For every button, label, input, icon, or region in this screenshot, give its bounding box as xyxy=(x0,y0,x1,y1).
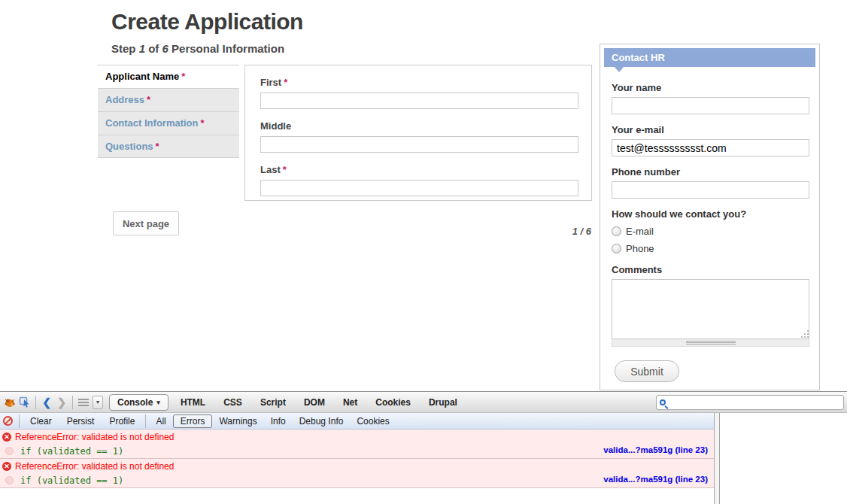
step-current: 1 xyxy=(139,42,145,55)
filter-warnings[interactable]: Warnings xyxy=(212,415,263,427)
contact-hr-header[interactable]: Contact HR xyxy=(604,48,815,67)
comments-textarea-wrap xyxy=(612,279,809,347)
search-icon xyxy=(660,399,666,405)
textarea-resize-handle-icon[interactable] xyxy=(804,333,806,335)
error-source-link[interactable]: valida...?ma591g (line 23) xyxy=(603,475,708,484)
wizard-step-label: Questions xyxy=(105,141,153,152)
page-title: Create Application xyxy=(111,9,303,35)
breakpoint-slot-icon[interactable] xyxy=(5,476,14,484)
filter-errors[interactable]: Errors xyxy=(173,414,213,428)
console-filter-toolbar: Clear Persist Profile All Errors Warning… xyxy=(0,413,714,430)
wizard-step-label: Applicant Name xyxy=(105,71,179,82)
required-mark: * xyxy=(181,71,185,82)
wizard-step-questions[interactable]: Questions* xyxy=(98,135,239,158)
tab-css[interactable]: CSS xyxy=(214,393,251,412)
tab-console[interactable]: Console▾ xyxy=(109,394,168,411)
contact-hr-title: Contact HR xyxy=(612,52,665,63)
step-of: of xyxy=(145,42,162,55)
tab-cookies[interactable]: Cookies xyxy=(366,393,420,412)
clear-button[interactable]: Clear xyxy=(23,416,59,427)
caret-down-icon: ▾ xyxy=(96,399,99,405)
phone-number-input[interactable] xyxy=(612,181,809,199)
step-indicator: Step 1 of 6 Personal Information xyxy=(111,42,284,55)
your-email-input[interactable] xyxy=(612,139,809,156)
firebug-console-body: Clear Persist Profile All Errors Warning… xyxy=(0,413,847,504)
tab-script[interactable]: Script xyxy=(251,393,295,412)
breakpoint-slot-icon[interactable] xyxy=(5,447,14,455)
wizard-step-label: Address xyxy=(105,94,144,105)
panel-list-icon[interactable] xyxy=(76,395,91,410)
wizard-step-label: Contact Information xyxy=(105,117,199,129)
filter-cookies[interactable]: Cookies xyxy=(350,415,396,427)
console-error-entry: ✕ ReferenceError: validated is not defin… xyxy=(0,430,714,459)
tab-label: Console xyxy=(117,395,153,410)
tab-net[interactable]: Net xyxy=(334,393,366,412)
page-counter: 1 / 6 xyxy=(519,226,591,237)
required-mark: * xyxy=(156,141,159,152)
filter-all[interactable]: All xyxy=(149,415,172,427)
submit-button[interactable]: Submit xyxy=(615,360,679,382)
label-text: First xyxy=(260,77,281,88)
error-source-row[interactable]: if (validated == 1) valida...?ma591g (li… xyxy=(0,473,714,487)
your-name-label: Your name xyxy=(612,82,808,93)
radio-button-icon[interactable] xyxy=(612,244,621,254)
comments-textarea[interactable] xyxy=(612,279,809,339)
first-name-field-group: First* xyxy=(260,77,576,109)
last-name-label: Last* xyxy=(260,164,576,175)
error-source-code: if (validated == 1) xyxy=(20,475,123,486)
history-back-icon[interactable]: ❮ xyxy=(39,395,54,410)
tab-html[interactable]: HTML xyxy=(172,393,214,412)
filter-info[interactable]: Info xyxy=(264,415,293,427)
contact-method-email-option[interactable]: E-mail xyxy=(612,226,808,237)
middle-name-label: Middle xyxy=(260,120,576,132)
profile-button[interactable]: Profile xyxy=(102,416,142,427)
radio-button-icon[interactable] xyxy=(612,226,621,236)
firebug-search-box xyxy=(656,395,844,410)
last-name-input[interactable] xyxy=(260,180,578,196)
required-mark: * xyxy=(284,77,287,88)
break-on-errors-icon[interactable] xyxy=(3,416,13,426)
step-prefix: Step xyxy=(111,42,139,55)
error-source-row[interactable]: if (validated == 1) valida...?ma591g (li… xyxy=(0,444,714,458)
firebug-logo-icon[interactable] xyxy=(2,395,17,410)
search-input[interactable] xyxy=(669,396,843,408)
wizard-step-address[interactable]: Address* xyxy=(98,88,239,111)
page: Create Application Step 1 of 6 Personal … xyxy=(0,0,847,504)
history-forward-icon[interactable]: ❯ xyxy=(54,395,69,410)
filter-debug-info[interactable]: Debug Info xyxy=(293,415,351,427)
toolbar-options-dropdown[interactable]: ▾ xyxy=(93,396,103,409)
toolbar-separator xyxy=(19,414,20,428)
tab-drupal[interactable]: Drupal xyxy=(420,393,466,412)
error-message-row[interactable]: ✕ ReferenceError: validated is not defin… xyxy=(0,459,714,473)
first-name-label: First* xyxy=(260,77,576,88)
firebug-console-panel: ❮ ❯ ▾ Console▾ HTML CSS Script DOM Net C… xyxy=(0,391,847,504)
first-name-input[interactable] xyxy=(260,93,578,109)
your-email-label: Your e-mail xyxy=(612,124,808,135)
required-mark: * xyxy=(201,117,205,129)
next-page-button[interactable]: Next page xyxy=(113,211,179,235)
phone-number-label: Phone number xyxy=(612,166,808,178)
wizard-step-applicant-name[interactable]: Applicant Name* xyxy=(98,65,239,88)
required-mark: * xyxy=(283,164,287,175)
error-icon: ✕ xyxy=(2,433,11,442)
persist-button[interactable]: Persist xyxy=(59,416,102,427)
label-text: Last xyxy=(260,164,281,175)
firebug-main-toolbar: ❮ ❯ ▾ Console▾ HTML CSS Script DOM Net C… xyxy=(0,392,847,413)
tab-dom[interactable]: DOM xyxy=(295,393,334,412)
textarea-grippie-handle[interactable] xyxy=(612,339,809,347)
contact-method-phone-option[interactable]: Phone xyxy=(612,243,808,254)
middle-name-input[interactable] xyxy=(260,136,578,153)
radio-label: E-mail xyxy=(626,226,654,237)
label-text: Middle xyxy=(260,120,291,132)
inspect-element-icon[interactable] xyxy=(17,395,32,410)
middle-name-field-group: Middle xyxy=(260,120,576,153)
error-message-text: ReferenceError: validated is not defined xyxy=(15,461,174,472)
grippie-bars-icon xyxy=(686,341,736,345)
wizard-step-contact-information[interactable]: Contact Information* xyxy=(98,111,239,135)
error-message-row[interactable]: ✕ ReferenceError: validated is not defin… xyxy=(0,430,714,444)
comments-label: Comments xyxy=(612,264,808,275)
console-log-pane: Clear Persist Profile All Errors Warning… xyxy=(0,413,714,504)
console-pane-splitter[interactable] xyxy=(714,413,720,504)
your-name-input[interactable] xyxy=(612,97,809,114)
error-source-link[interactable]: valida...?ma591g (line 23) xyxy=(603,445,708,454)
